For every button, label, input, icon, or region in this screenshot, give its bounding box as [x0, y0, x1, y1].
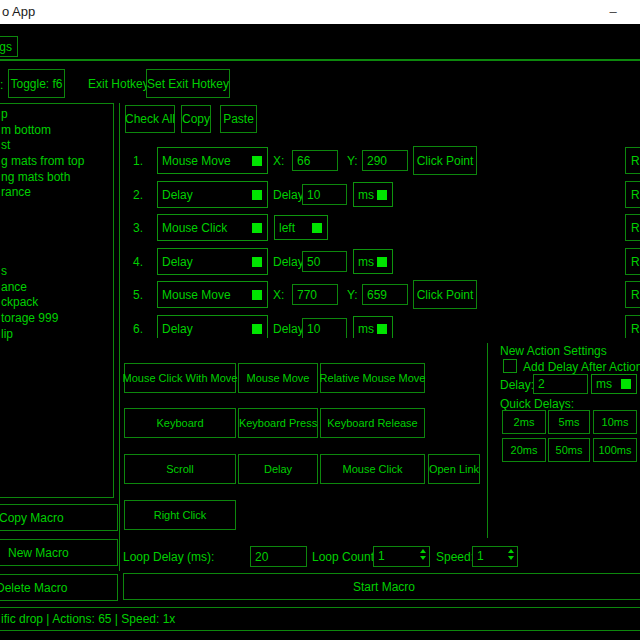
delay-input[interactable] [302, 251, 347, 272]
add-mouse-move-button[interactable]: Mouse Move [238, 363, 318, 393]
list-item[interactable]: s [0, 264, 113, 280]
add-keyboard-press-button[interactable]: Keyboard Press [238, 408, 318, 438]
add-mouse-click-button[interactable]: Mouse Click [320, 454, 425, 484]
dropdown-square-icon[interactable] [312, 223, 322, 233]
action-type-value: Mouse Move [162, 288, 231, 302]
dropdown-square-icon[interactable] [252, 190, 262, 200]
action-row: 1. Mouse Move X: Y: Click Point Remove [120, 147, 640, 176]
tab-settings-label: gs [0, 40, 12, 54]
action-type-select[interactable]: Delay [157, 248, 268, 275]
set-exit-hotkey-button[interactable]: Set Exit Hotkey [146, 69, 230, 98]
dropdown-square-icon[interactable] [377, 257, 387, 267]
remove-button[interactable]: Remove [625, 315, 640, 338]
dropdown-square-icon[interactable] [377, 324, 387, 334]
list-item[interactable]: st [0, 138, 113, 154]
action-type-select[interactable]: Mouse Click [157, 214, 268, 241]
quick-delay-50ms-button[interactable]: 50ms [548, 438, 590, 462]
toggle-hotkey-button[interactable]: Toggle: f6 [8, 69, 65, 98]
add-mouse-click-with-move-button[interactable]: Mouse Click With Move [124, 363, 236, 393]
x-input[interactable] [292, 284, 338, 305]
list-item[interactable] [0, 201, 113, 217]
dropdown-square-icon[interactable] [377, 190, 387, 200]
minimize-button[interactable]: – [598, 0, 628, 22]
delay-input[interactable] [302, 318, 347, 338]
list-item[interactable]: m bottom [0, 123, 113, 139]
speed-stepper[interactable]: 1 [472, 546, 518, 567]
remove-button[interactable]: Remove [625, 248, 640, 275]
click-point-button[interactable]: Click Point [413, 146, 477, 175]
unit-select[interactable]: ms [353, 249, 393, 274]
settings-unit-select[interactable]: ms [591, 374, 637, 394]
start-macro-button[interactable]: Start Macro [123, 573, 640, 600]
quick-delay-2ms-button[interactable]: 2ms [502, 410, 546, 434]
mouse-button-select[interactable]: left [274, 215, 328, 240]
copy-button[interactable]: Copy [181, 105, 211, 133]
list-item[interactable]: ckpack [0, 295, 113, 311]
delay-input[interactable] [302, 184, 347, 205]
tab-settings[interactable]: gs [0, 36, 18, 57]
loop-delay-input[interactable] [250, 546, 307, 567]
copy-macro-button[interactable]: Copy Macro [0, 504, 118, 531]
remove-button[interactable]: Remove [625, 214, 640, 241]
unit-value: ms [358, 322, 374, 336]
dropdown-square-icon[interactable] [252, 257, 262, 267]
list-item[interactable]: g mats from top [0, 154, 113, 170]
spinner-down-icon[interactable] [508, 556, 514, 560]
add-relative-mouse-move-button[interactable]: Relative Mouse Move [320, 363, 425, 393]
check-all-button[interactable]: Check All [125, 105, 175, 133]
dropdown-square-icon[interactable] [252, 290, 262, 300]
x-input[interactable] [292, 150, 338, 171]
add-right-click-button[interactable]: Right Click [124, 500, 236, 530]
list-item[interactable]: p [0, 107, 113, 123]
list-item[interactable] [0, 233, 113, 249]
loop-count-stepper[interactable]: 1 [373, 546, 430, 567]
dropdown-square-icon[interactable] [621, 379, 631, 389]
new-macro-button[interactable]: New Macro [0, 539, 118, 566]
dropdown-square-icon[interactable] [252, 223, 262, 233]
add-scroll-button[interactable]: Scroll [124, 454, 236, 484]
add-open-link-button[interactable]: Open Link [428, 454, 480, 484]
remove-button[interactable]: Remove [625, 147, 640, 174]
macro-list[interactable]: p m bottom st g mats from top ng mats bo… [0, 103, 114, 498]
y-input[interactable] [362, 150, 408, 171]
list-item[interactable]: rance [0, 185, 113, 201]
action-type-select[interactable]: Mouse Move [157, 281, 268, 308]
settings-unit-value: ms [596, 377, 612, 391]
remove-button[interactable]: Remove [625, 281, 640, 308]
add-delay-after-action-checkbox[interactable] [503, 359, 517, 373]
paste-button[interactable]: Paste [220, 105, 257, 133]
remove-button[interactable]: Remove [625, 181, 640, 208]
dropdown-square-icon[interactable] [252, 156, 262, 166]
unit-select[interactable]: ms [353, 316, 393, 338]
click-point-button[interactable]: Click Point [413, 280, 477, 309]
quick-delay-10ms-button[interactable]: 10ms [593, 410, 637, 434]
delete-macro-button[interactable]: Delete Macro [0, 574, 118, 601]
dropdown-square-icon[interactable] [252, 324, 262, 334]
new-macro-label: New Macro [8, 546, 69, 560]
y-input[interactable] [362, 284, 408, 305]
add-delay-button[interactable]: Delay [238, 454, 318, 484]
action-type-select[interactable]: Delay [157, 315, 268, 338]
list-item[interactable]: lip [0, 327, 113, 343]
action-type-select[interactable]: Delay [157, 181, 268, 208]
add-keyboard-button[interactable]: Keyboard [124, 408, 236, 438]
list-item[interactable] [0, 217, 113, 233]
list-item[interactable]: torage 999 [0, 311, 113, 327]
spinner-down-icon[interactable] [420, 556, 426, 560]
mouse-button-value: left [279, 221, 295, 235]
quick-delay-100ms-button[interactable]: 100ms [593, 438, 637, 462]
list-item[interactable]: ng mats both [0, 170, 113, 186]
unit-select[interactable]: ms [353, 182, 393, 207]
quick-delay-5ms-button[interactable]: 5ms [548, 410, 590, 434]
spinner-up-icon[interactable] [508, 549, 514, 553]
x-label: X: [273, 154, 284, 168]
add-keyboard-release-button[interactable]: Keyboard Release [320, 408, 425, 438]
action-type-select[interactable]: Mouse Move [157, 147, 268, 174]
row-number: 5. [133, 288, 143, 302]
spinner-up-icon[interactable] [420, 549, 426, 553]
settings-delay-input[interactable] [533, 374, 588, 394]
list-item[interactable] [0, 248, 113, 264]
copy-macro-label: Copy Macro [0, 511, 64, 525]
list-item[interactable]: ance [0, 280, 113, 296]
quick-delay-20ms-button[interactable]: 20ms [502, 438, 546, 462]
